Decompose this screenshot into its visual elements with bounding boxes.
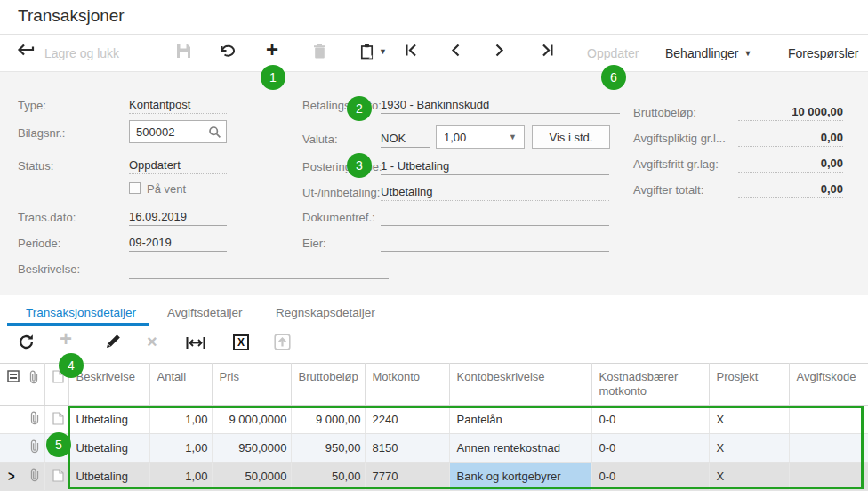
column-header-antall[interactable]: Antall — [149, 364, 212, 406]
column-header-motkonto[interactable]: Motkonto — [365, 364, 449, 406]
column-header-pris[interactable]: Pris — [212, 364, 291, 406]
update-button[interactable]: Oppdater — [587, 46, 639, 60]
row-selector-cell[interactable] — [0, 434, 20, 463]
column-header-bruttobelop[interactable]: Bruttobeløp — [291, 364, 365, 406]
save-and-close-button[interactable]: Lagre og lukk — [44, 46, 119, 60]
period-value[interactable]: 09-2019 — [129, 234, 227, 252]
tax-total-value: 0,00 — [738, 181, 843, 198]
search-icon[interactable] — [208, 125, 221, 141]
note-cell[interactable] — [44, 434, 68, 463]
payment-account-value[interactable]: 1930 - Bankinnskudd — [381, 96, 620, 114]
note-cell[interactable] — [44, 406, 68, 434]
cell-motkonto[interactable]: 8150 — [365, 434, 449, 463]
column-header-avgiftskode[interactable]: Avgiftskode — [789, 364, 868, 406]
cell-kontobeskrivelse[interactable]: Annen rentekostnad — [449, 434, 591, 463]
cell-kostnadsbaerer[interactable]: 0-0 — [591, 434, 709, 463]
cell-motkonto[interactable]: 2240 — [365, 406, 449, 434]
export-to-excel-button[interactable]: X — [233, 334, 249, 350]
grid-toolbar: + × X — [0, 327, 868, 363]
document-ref-label: Dokumentref.: — [302, 211, 375, 224]
inquiries-menu-button[interactable]: Forespørsler — [788, 46, 858, 60]
currency-label: Valuta: — [302, 133, 338, 146]
cell-pris[interactable]: 50,0000 — [212, 463, 291, 491]
attachment-cell[interactable] — [20, 463, 44, 491]
excel-icon: X — [233, 334, 249, 350]
paperclip-icon — [28, 468, 40, 482]
attachment-cell[interactable] — [20, 434, 44, 463]
transdate-value[interactable]: 16.09.2019 — [129, 208, 227, 226]
row-selector-cell[interactable]: > — [0, 463, 20, 491]
status-label: Status: — [18, 159, 53, 173]
grid-edit-button[interactable] — [105, 334, 121, 350]
fit-to-screen-button[interactable] — [186, 336, 205, 350]
cell-prosjekt[interactable]: X — [709, 406, 789, 434]
column-header-kostnadsbaerer-motkonto[interactable]: Kostnadsbærer motkonto — [591, 364, 709, 406]
back-button[interactable] — [17, 44, 35, 57]
chevron-right-icon — [494, 44, 505, 57]
note-cell[interactable] — [44, 463, 68, 491]
cell-antall[interactable]: 1,00 — [149, 434, 212, 463]
cell-motkonto[interactable]: 7770 — [365, 463, 449, 491]
last-record-button[interactable] — [541, 44, 554, 57]
cell-antall[interactable]: 1,00 — [149, 463, 212, 491]
actions-menu-button[interactable]: Behandlinger ▼ — [665, 46, 751, 60]
attachment-cell[interactable] — [20, 406, 44, 434]
column-header-kontobeskrivelse[interactable]: Kontobeskrivelse — [449, 364, 591, 406]
view-base-button[interactable]: Vis i std. — [532, 125, 610, 149]
currency-rate-combobox[interactable]: 1,00 ▼ — [436, 125, 525, 149]
cell-beskrivelse[interactable]: Utbetaling — [68, 463, 149, 491]
owner-label: Eier: — [302, 237, 326, 250]
description-value[interactable] — [129, 262, 389, 279]
cell-pris[interactable]: 9 000,0000 — [212, 406, 291, 434]
grid-add-row-button[interactable]: + — [60, 331, 72, 347]
tab-avgiftsdetaljer[interactable]: Avgiftsdetaljer — [167, 306, 243, 319]
entry-type-value[interactable]: 1 - Utbetaling — [381, 157, 609, 175]
upload-button[interactable] — [274, 334, 291, 350]
cell-beskrivelse[interactable]: Utbetaling — [68, 406, 149, 434]
copy-paste-button[interactable]: ▼ — [360, 44, 387, 60]
column-header-prosjekt[interactable]: Prosjekt — [709, 364, 789, 406]
payment-account-label: Betalingskonto: — [302, 99, 382, 112]
tab-transaksjonsdetaljer[interactable]: Transaksjonsdetaljer — [26, 306, 136, 319]
gross-amount-value: 10 000,00 — [738, 103, 843, 121]
column-settings-header[interactable] — [0, 364, 20, 406]
row-selector-cell[interactable] — [0, 406, 20, 434]
cell-kostnadsbaerer[interactable]: 0-0 — [591, 463, 709, 491]
owner-value[interactable] — [381, 234, 609, 252]
table-row[interactable]: Utbetaling 1,00 9 000,0000 9 000,00 2240… — [0, 406, 868, 434]
cell-kostnadsbaerer[interactable]: 0-0 — [591, 406, 709, 434]
cell-bruttobelop[interactable]: 950,00 — [291, 434, 365, 463]
cell-avgiftskode[interactable] — [789, 406, 868, 434]
save-button[interactable] — [176, 44, 191, 59]
chevron-left-icon — [450, 44, 461, 57]
next-record-button[interactable] — [494, 44, 505, 57]
grid-delete-row-button[interactable]: × — [147, 333, 157, 350]
document-summary-form: Type: Kontantpost Bilagsnr.: Status: Opp… — [0, 71, 868, 295]
cell-bruttobelop[interactable]: 50,00 — [291, 463, 365, 491]
cell-prosjekt[interactable]: X — [709, 434, 789, 463]
hold-checkbox[interactable] — [129, 182, 141, 194]
prev-record-button[interactable] — [450, 44, 461, 57]
first-record-button[interactable] — [405, 44, 418, 57]
cell-avgiftskode[interactable] — [789, 434, 868, 463]
tab-regnskapsdetaljer[interactable]: Regnskapsdetaljer — [276, 306, 375, 319]
cell-avgiftskode[interactable] — [789, 463, 868, 491]
cell-beskrivelse[interactable]: Utbetaling — [68, 434, 149, 463]
column-header-beskrivelse[interactable]: Beskrivelse — [68, 364, 149, 406]
currency-value[interactable]: NOK — [381, 130, 430, 148]
document-ref-value[interactable] — [381, 208, 609, 226]
delete-button[interactable] — [313, 44, 326, 59]
cell-kontobeskrivelse-active[interactable]: Bank og kortgebyrer — [449, 463, 591, 491]
table-row-selected[interactable]: > Utbetaling 1,00 50,0000 50,00 7770 Ban… — [0, 463, 868, 491]
table-row[interactable]: Utbetaling 1,00 950,0000 950,00 8150 Ann… — [0, 434, 868, 463]
type-value: Kontantpost — [129, 96, 227, 114]
cell-antall[interactable]: 1,00 — [149, 406, 212, 434]
refresh-button[interactable] — [18, 334, 35, 350]
cell-bruttobelop[interactable]: 9 000,00 — [291, 406, 365, 434]
cell-prosjekt[interactable]: X — [709, 463, 789, 491]
undo-button[interactable] — [219, 44, 236, 57]
cell-kontobeskrivelse[interactable]: Pantelån — [449, 406, 591, 434]
cell-pris[interactable]: 950,0000 — [212, 434, 291, 463]
currency-rate-value: 1,00 — [444, 131, 466, 144]
add-record-button[interactable]: + — [266, 42, 278, 58]
